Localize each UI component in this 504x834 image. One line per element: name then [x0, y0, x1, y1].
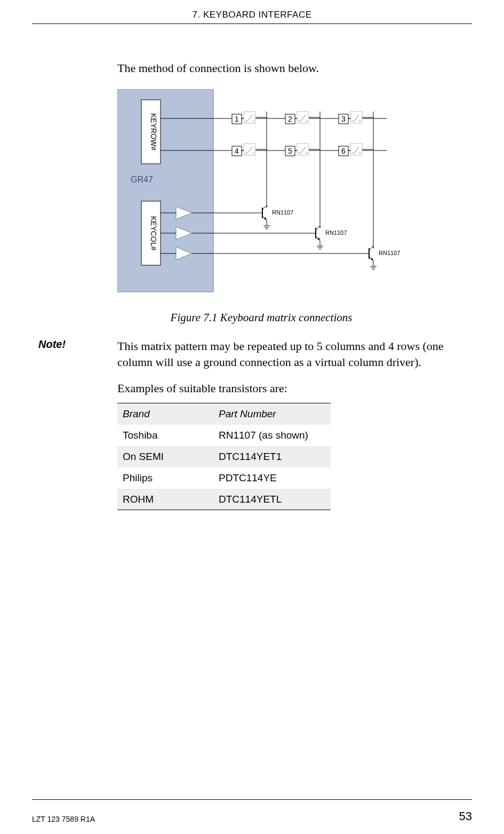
page: 7. KEYBOARD INTERFACE The method of conn…: [0, 0, 504, 834]
key-2: 2: [285, 112, 309, 124]
table-row: Philips PDTC114YE: [117, 467, 331, 489]
switch-icon: [244, 112, 255, 123]
table-row: ROHM DTC114YETL: [117, 489, 331, 510]
transistor-icon-1: [259, 205, 270, 229]
transistor-icon-2: [312, 226, 323, 249]
cell-brand: Philips: [117, 467, 213, 489]
key-4: 4: [232, 144, 255, 156]
doc-id: LZT 123 7589 R1A: [32, 815, 95, 823]
page-body: The method of connection is shown below.…: [32, 61, 472, 510]
svg-marker-47: [317, 237, 320, 241]
footer-rule: [32, 799, 472, 800]
transistor-1-label: RN1107: [272, 209, 293, 216]
note-label: Note!: [32, 338, 117, 370]
svg-line-35: [262, 205, 267, 210]
key-5-label: 5: [288, 147, 292, 155]
table-header-row: Brand Part Number: [117, 403, 331, 425]
switch-icon: [350, 112, 362, 123]
gr47-label: GR47: [131, 175, 153, 184]
key-6: 6: [339, 144, 362, 156]
cell-part: DTC114YETL: [213, 489, 331, 510]
figure-caption: Figure 7.1 Keyboard matrix connections: [117, 311, 405, 324]
figure-7-1: KEYROW# KEYCOL# GR47: [117, 89, 472, 299]
cell-brand: ROHM: [117, 489, 213, 510]
key-1: 1: [232, 112, 255, 124]
keyboard-matrix-diagram: KEYROW# KEYCOL# GR47: [117, 89, 405, 297]
intro-paragraph: The method of connection is shown below.: [117, 61, 472, 75]
transistor-3-label: RN1107: [379, 250, 400, 256]
page-number: 53: [459, 809, 472, 823]
page-footer: LZT 123 7589 R1A 53: [32, 809, 472, 823]
gr47-block: [117, 89, 213, 292]
svg-marker-57: [371, 258, 373, 261]
examples-intro: Examples of suitable transistors are:: [117, 382, 472, 395]
cell-brand: On SEMI: [117, 446, 213, 467]
transistor-2-label: RN1107: [325, 229, 347, 236]
table-header-brand: Brand: [117, 403, 213, 425]
note-block: Note! This matrix pattern may be repeate…: [32, 338, 472, 370]
switch-icon: [297, 112, 309, 123]
keyrow-label: KEYROW#: [149, 113, 158, 150]
running-header: 7. KEYBOARD INTERFACE: [0, 0, 504, 20]
table-header-part: Part Number: [213, 403, 331, 425]
key-3: 3: [339, 112, 362, 124]
transistor-table: Brand Part Number Toshiba RN1107 (as sho…: [117, 403, 331, 510]
key-4-label: 4: [235, 147, 239, 155]
switch-icon: [350, 144, 362, 155]
cell-part: PDTC114YE: [213, 467, 331, 489]
transistor-icon-3: [365, 246, 377, 269]
cell-brand: Toshiba: [117, 425, 213, 446]
svg-marker-37: [264, 217, 267, 220]
table-row: On SEMI DTC114YET1: [117, 446, 331, 467]
switch-icon: [297, 144, 309, 155]
note-text: This matrix pattern may be repeated up t…: [117, 338, 472, 370]
switch-icon: [244, 144, 255, 155]
cell-part: DTC114YET1: [213, 446, 331, 467]
svg-line-45: [316, 226, 320, 230]
keycol-label: KEYCOL#: [149, 216, 158, 251]
key-5: 5: [285, 144, 309, 156]
key-3-label: 3: [341, 115, 346, 123]
cell-part: RN1107 (as shown): [213, 425, 331, 446]
svg-line-55: [369, 246, 373, 250]
key-2-label: 2: [288, 115, 292, 123]
header-rule: [32, 23, 472, 24]
key-6-label: 6: [341, 147, 346, 155]
table-row: Toshiba RN1107 (as shown): [117, 425, 331, 446]
key-1-label: 1: [235, 115, 239, 123]
